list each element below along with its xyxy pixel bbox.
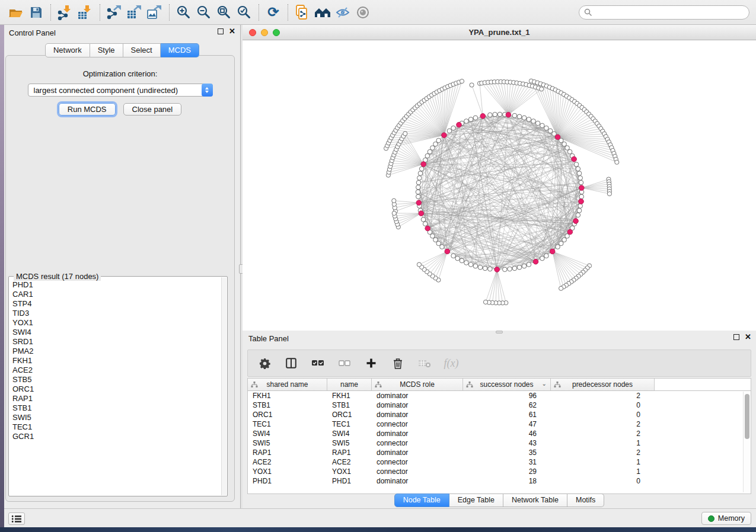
- tab-mcds[interactable]: MCDS: [161, 43, 199, 57]
- network-file-share-icon[interactable]: [292, 3, 312, 22]
- table-cell[interactable]: SWI4: [248, 430, 327, 438]
- table-cell[interactable]: 1: [551, 467, 655, 476]
- eye-icon[interactable]: [353, 3, 373, 22]
- checkbox-checked-pair-icon[interactable]: [311, 356, 325, 370]
- table-row[interactable]: TEC1TEC1connector472: [248, 419, 743, 429]
- trash-icon[interactable]: [391, 356, 405, 370]
- export-image-icon[interactable]: [145, 3, 165, 22]
- zoom-in-icon[interactable]: [174, 3, 194, 22]
- column-header-MCDS-role[interactable]: MCDS role: [372, 379, 463, 390]
- mcds-result-item[interactable]: SWI5: [9, 413, 221, 422]
- hide-details-eye-icon[interactable]: [333, 3, 353, 22]
- table-cell[interactable]: SWI5: [327, 439, 372, 447]
- table-cell[interactable]: 46: [463, 430, 551, 438]
- table-cell[interactable]: dominator: [372, 401, 463, 409]
- function-fx-icon[interactable]: f(x): [444, 356, 458, 370]
- table-scrollbar[interactable]: [743, 392, 750, 492]
- mcds-result-item[interactable]: STP4: [9, 299, 221, 309]
- table-row[interactable]: FKH1FKH1dominator962: [248, 391, 743, 400]
- sort-chevron-icon[interactable]: ⌄: [542, 380, 547, 387]
- memory-button[interactable]: Memory: [701, 512, 751, 525]
- table-delete-icon[interactable]: [417, 356, 432, 370]
- table-cell[interactable]: connector: [372, 439, 463, 447]
- open-folder-icon[interactable]: [6, 3, 26, 22]
- search-input[interactable]: [592, 7, 749, 18]
- split-columns-icon[interactable]: [284, 356, 298, 370]
- table-cell[interactable]: STB1: [248, 401, 327, 409]
- mcds-result-item[interactable]: YOX1: [9, 318, 221, 328]
- gear-icon[interactable]: [257, 356, 272, 370]
- tab-network-table[interactable]: Network Table: [503, 493, 567, 507]
- save-icon[interactable]: [26, 3, 46, 22]
- tab-edge-table[interactable]: Edge Table: [449, 493, 503, 507]
- table-row[interactable]: YOX1YOX1connector291: [248, 467, 743, 476]
- table-cell[interactable]: RAP1: [327, 448, 372, 457]
- table-cell[interactable]: 35: [463, 448, 551, 457]
- network-graph[interactable]: [243, 40, 756, 331]
- table-cell[interactable]: PHD1: [248, 477, 327, 485]
- table-cell[interactable]: 18: [463, 477, 551, 485]
- table-cell[interactable]: 0: [551, 401, 655, 409]
- table-cell[interactable]: 62: [463, 401, 551, 409]
- table-cell[interactable]: 96: [463, 392, 551, 400]
- table-cell[interactable]: dominator: [372, 448, 463, 457]
- mcds-result-list[interactable]: PHD1CAR1STP4TID3YOX1SWI4SRD1PMA2FKH1ACE2…: [9, 280, 221, 495]
- table-row[interactable]: ACE2ACE2connector311: [248, 457, 743, 467]
- houses-icon[interactable]: [312, 3, 333, 22]
- column-header-name[interactable]: name: [327, 379, 372, 390]
- table-scrollbar-thumb[interactable]: [745, 394, 749, 439]
- checkbox-unchecked-pair-icon[interactable]: [337, 356, 352, 370]
- table-cell[interactable]: dominator: [372, 392, 463, 400]
- table-cell[interactable]: 43: [463, 439, 551, 447]
- table-cell[interactable]: STB1: [327, 401, 372, 409]
- table-cell[interactable]: 31: [463, 458, 551, 466]
- task-list-button[interactable]: [8, 512, 25, 525]
- table-cell[interactable]: 2: [551, 430, 655, 438]
- table-cell[interactable]: ACE2: [248, 458, 327, 466]
- tab-select[interactable]: Select: [123, 43, 161, 57]
- table-cell[interactable]: ACE2: [327, 458, 372, 466]
- table-cell[interactable]: 2: [551, 420, 655, 428]
- table-row[interactable]: STB1STB1dominator620: [248, 400, 743, 410]
- table-cell[interactable]: connector: [372, 420, 463, 428]
- table-cell[interactable]: ORC1: [327, 411, 372, 419]
- import-network-icon[interactable]: [55, 3, 75, 22]
- table-cell[interactable]: YOX1: [248, 467, 327, 476]
- table-cell[interactable]: 29: [463, 467, 551, 476]
- mcds-result-item[interactable]: PMA2: [9, 347, 221, 356]
- close-panel-icon[interactable]: ✕: [229, 28, 235, 34]
- mcds-result-item[interactable]: FKH1: [9, 356, 221, 366]
- table-cell[interactable]: connector: [372, 467, 463, 476]
- table-row[interactable]: SWI5SWI5connector431: [248, 438, 743, 448]
- column-header-shared-name[interactable]: shared name: [248, 379, 327, 390]
- table-cell[interactable]: 2: [551, 448, 655, 457]
- table-cell[interactable]: 61: [463, 411, 551, 419]
- network-window-titlebar[interactable]: YPA_prune.txt_1: [243, 25, 756, 40]
- table-cell[interactable]: TEC1: [248, 420, 327, 428]
- refresh-icon[interactable]: ⟳: [263, 3, 283, 22]
- search-box[interactable]: [579, 5, 749, 20]
- plus-icon[interactable]: [364, 356, 378, 370]
- maximize-window-icon[interactable]: [273, 29, 280, 36]
- mcds-list-scrollbar[interactable]: [221, 277, 227, 495]
- export-network-icon[interactable]: [104, 3, 125, 22]
- table-cell[interactable]: YOX1: [327, 467, 372, 476]
- zoom-out-icon[interactable]: [194, 3, 214, 22]
- float-panel-icon[interactable]: [218, 28, 224, 34]
- table-cell[interactable]: 2: [551, 392, 655, 400]
- table-cell[interactable]: 47: [463, 420, 551, 428]
- table-cell[interactable]: SWI4: [327, 430, 372, 438]
- mcds-result-item[interactable]: PHD1: [9, 280, 221, 290]
- mcds-result-item[interactable]: ACE2: [9, 366, 221, 375]
- table-row[interactable]: PHD1PHD1dominator180: [248, 476, 743, 486]
- table-row[interactable]: SWI4SWI4dominator462: [248, 429, 743, 438]
- table-cell[interactable]: dominator: [372, 411, 463, 419]
- column-header-successor-nodes[interactable]: successor nodes⌄: [463, 379, 551, 390]
- table-row[interactable]: ORC1ORC1dominator610: [248, 410, 743, 419]
- close-panel-button[interactable]: Close panel: [123, 103, 182, 116]
- table-cell[interactable]: FKH1: [248, 392, 327, 400]
- table-cell[interactable]: ORC1: [248, 411, 327, 419]
- table-cell[interactable]: 1: [551, 439, 655, 447]
- table-cell[interactable]: dominator: [372, 430, 463, 438]
- run-mcds-button[interactable]: Run MCDS: [59, 103, 116, 116]
